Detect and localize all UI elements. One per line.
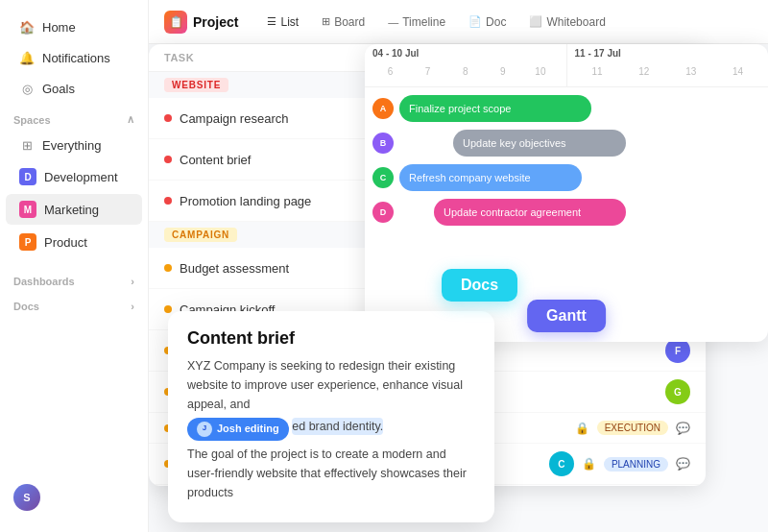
docs-section[interactable]: Docs › xyxy=(0,291,148,316)
home-icon: 🏠 xyxy=(19,19,35,35)
docs-badge: Docs xyxy=(442,269,517,302)
development-dot: D xyxy=(19,168,36,185)
dashboards-section[interactable]: Dashboards › xyxy=(0,266,148,291)
avatar: D xyxy=(372,202,394,223)
tab-timeline[interactable]: — Timeline xyxy=(378,8,455,36)
sidebar-nav-goals-label: Goals xyxy=(42,82,75,96)
gantt-day: 8 xyxy=(447,60,483,83)
gantt-period1: 04 - 10 Jul xyxy=(372,48,559,59)
gantt-day: 10 xyxy=(522,60,558,83)
docs-overlay: Content brief XYZ Company is seeking to … xyxy=(168,311,494,522)
sidebar-item-goals[interactable]: ◎ Goals xyxy=(6,74,142,103)
project-header: 📋 Project ☰ List ⊞ Board — Timeline 📄 Do… xyxy=(149,0,768,44)
sidebar-development-label: Development xyxy=(44,170,118,184)
gantt-bar-row: B Update key objectives xyxy=(372,130,760,157)
product-dot: P xyxy=(19,233,36,251)
status-badge: PLANNING xyxy=(604,457,668,472)
avatar: G xyxy=(665,379,690,404)
avatar: C xyxy=(372,167,394,188)
spaces-label: Spaces xyxy=(13,114,51,126)
sidebar-marketing-label: Marketing xyxy=(44,203,99,217)
sidebar-product-label: Product xyxy=(44,235,87,250)
gantt-body: A Finalize project scope B Update key ob… xyxy=(365,87,768,241)
sidebar-nav-notifications-label: Notifications xyxy=(42,51,110,65)
doc-icon: 📄 xyxy=(468,15,482,28)
gantt-day: 12 xyxy=(621,60,666,83)
josh-editing-label: Josh editing xyxy=(217,421,279,438)
dashboards-label: Dashboards xyxy=(13,276,75,287)
task-dot xyxy=(164,114,172,122)
gantt-tooltip-label: Gantt xyxy=(546,307,587,324)
bell-icon: 🔔 xyxy=(19,50,35,65)
sidebar-item-marketing[interactable]: M Marketing xyxy=(6,194,142,225)
list-icon: ☰ xyxy=(267,15,276,28)
marketing-dot: M xyxy=(19,201,36,218)
website-section-badge: WEBSITE xyxy=(164,78,228,92)
avatar[interactable]: S xyxy=(13,484,40,511)
gantt-bar-label: Refresh company website xyxy=(409,172,531,183)
tab-whiteboard-label: Whiteboard xyxy=(546,15,605,29)
tab-list-label: List xyxy=(280,15,299,29)
docs-body: XYZ Company is seeking to redesign their… xyxy=(187,356,475,502)
docs-body-text: XYZ Company is seeking to redesign their… xyxy=(187,359,463,411)
gantt-day: 11 xyxy=(575,60,620,83)
avatar: B xyxy=(372,133,394,154)
message-icon: 💬 xyxy=(676,422,690,435)
tab-timeline-label: Timeline xyxy=(402,15,445,29)
avatar: C xyxy=(549,451,574,476)
task-dot xyxy=(164,197,172,205)
gantt-day: 13 xyxy=(668,60,713,83)
project-icon: 📋 xyxy=(164,11,187,34)
chevron-icon[interactable]: ∧ xyxy=(127,113,134,126)
tab-board[interactable]: ⊞ Board xyxy=(312,8,374,36)
timeline-icon: — xyxy=(388,16,398,28)
task-dot xyxy=(164,264,172,272)
gantt-bar: Finalize project scope xyxy=(399,95,591,122)
tab-list[interactable]: ☰ List xyxy=(257,8,308,36)
docs-highlight-text: ed brand identity. xyxy=(292,418,383,435)
task-dot xyxy=(164,156,172,163)
gantt-overlay: 04 - 10 Jul 6 7 8 9 10 11 - 17 Jul 11 12… xyxy=(365,44,768,342)
docs-badge-label: Docs xyxy=(461,277,498,293)
gantt-bar-label: Update contractor agreement xyxy=(444,206,581,218)
campaign-section-badge: CAMPAIGN xyxy=(164,228,237,242)
sidebar-item-home[interactable]: 🏠 Home xyxy=(6,12,142,41)
status-badge: EXECUTION xyxy=(597,421,668,435)
gantt-bar-row: A Finalize project scope xyxy=(372,95,760,122)
josh-avatar: J xyxy=(197,422,212,437)
gantt-bar-label: Finalize project scope xyxy=(409,103,511,114)
lock-icon: 🔒 xyxy=(582,457,596,471)
gantt-bar: Update key objectives xyxy=(453,130,626,157)
sidebar-item-everything[interactable]: ⊞ Everything xyxy=(6,131,142,159)
spaces-section-header: Spaces ∧ xyxy=(0,104,148,130)
gantt-bar-row: C Refresh company website xyxy=(372,164,760,191)
tab-board-label: Board xyxy=(334,15,365,29)
sidebar-item-product[interactable]: P Product xyxy=(6,227,142,257)
tab-doc[interactable]: 📄 Doc xyxy=(459,8,516,36)
gantt-header: 04 - 10 Jul 6 7 8 9 10 11 - 17 Jul 11 12… xyxy=(365,44,768,87)
gantt-day: 6 xyxy=(372,60,408,83)
gantt-tooltip-badge: Gantt xyxy=(527,300,606,332)
user-avatar-area: S xyxy=(0,474,148,520)
gantt-bar: Update contractor agreement xyxy=(434,199,626,226)
tab-doc-label: Doc xyxy=(486,15,506,29)
tab-whiteboard[interactable]: ⬜ Whiteboard xyxy=(519,8,614,36)
josh-editing-badge: J Josh editing xyxy=(187,418,289,441)
docs-goal-text: The goal of the project is to create a m… xyxy=(187,447,467,499)
lock-icon: 🔒 xyxy=(575,422,589,435)
grid-icon: ⊞ xyxy=(19,137,35,153)
gantt-day: 9 xyxy=(485,60,520,83)
gantt-day: 14 xyxy=(715,60,760,83)
sidebar-item-development[interactable]: D Development xyxy=(6,161,142,192)
task-dot xyxy=(164,305,172,313)
sidebar-nav-home-label: Home xyxy=(42,20,76,35)
avatar: A xyxy=(372,98,394,119)
goals-icon: ◎ xyxy=(19,81,35,96)
docs-label: Docs xyxy=(13,301,39,312)
message-icon: 💬 xyxy=(676,457,690,471)
gantt-bar-label: Update key objectives xyxy=(463,137,566,149)
sidebar-item-notifications[interactable]: 🔔 Notifications xyxy=(6,43,142,72)
project-name: Project xyxy=(193,14,238,30)
whiteboard-icon: ⬜ xyxy=(529,15,542,28)
avatar-initials: S xyxy=(23,492,30,503)
